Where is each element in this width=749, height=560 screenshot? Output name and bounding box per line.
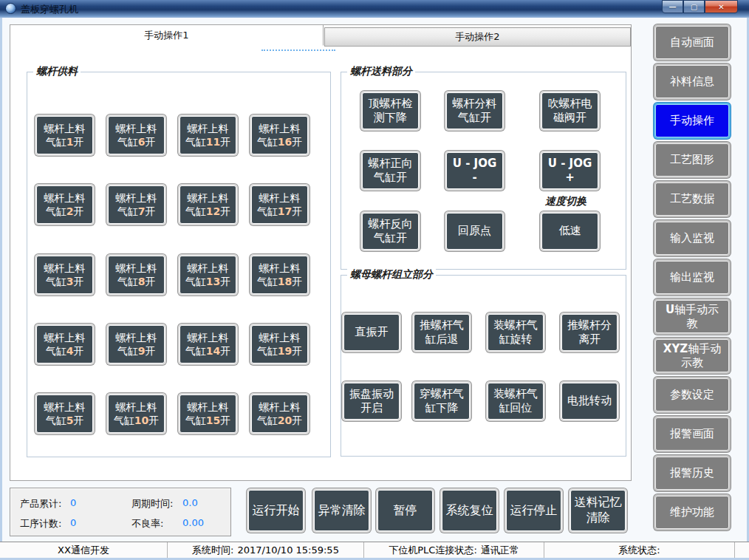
screw-divide-cylinder-open-button[interactable]: 螺杆分料气缸开 (446, 92, 503, 129)
sidebar-item-process-graphic[interactable]: 工艺图形 (655, 143, 729, 177)
blow-screw-valve-open-button[interactable]: 吹螺杆电磁阀开 (541, 92, 598, 129)
developer-text: XX通信开发 (58, 544, 109, 557)
product-total-label: 产品累计: (20, 497, 61, 511)
sidebar-item-refill-info[interactable]: 补料信息 (655, 65, 729, 98)
tab-strip: 手动操作1手动操作2 (10, 25, 631, 46)
supply-cylinder-20-open-button[interactable]: 螺杆上料气缸20开 (251, 395, 308, 433)
supply-cylinder-12-open-button[interactable]: 螺杆上料气缸12开 (179, 185, 236, 224)
mount-screw-cylinder-return-button[interactable]: 装螺杆气缸回位 (488, 383, 544, 420)
supply-cylinder-1-open-button[interactable]: 螺杆上料气缸1开 (36, 116, 93, 154)
defect-rate-label: 不良率: (131, 517, 163, 530)
tab-strip-divider (324, 46, 631, 47)
feed-memory-clear-button[interactable]: 送料记忆清除 (570, 490, 626, 531)
stray-dashed-marks-decor (261, 49, 335, 51)
run-start-button[interactable]: 运行开始 (248, 490, 304, 531)
window-title: 盖板穿螺孔机 (21, 3, 78, 16)
defect-rate-value: 0.00 (182, 517, 204, 528)
sidebar-item-maintenance[interactable]: 维护功能 (655, 496, 729, 529)
tab-manual-op-1[interactable]: 手动操作1 (10, 25, 324, 46)
product-total-value: 0 (70, 497, 76, 508)
tab-manual-op-2[interactable]: 手动操作2 (324, 27, 631, 46)
app-window: 盖板穿螺孔机 — ▢ ✕ 手动操作1手动操作2 螺杆供料 螺杆送料部分 螺母螺杆… (0, 0, 749, 560)
vibrator-on-button[interactable]: 直振开 (343, 314, 400, 351)
sidebar-item-u-axis-teach[interactable]: U轴手动示教 (655, 300, 729, 333)
cycle-time-value: 0.0 (182, 497, 198, 508)
thread-screw-cylinder-down-button[interactable]: 穿螺杆气缸下降 (414, 383, 470, 420)
driver-rotate-button[interactable]: 电批转动 (561, 383, 618, 420)
u-jog-plus-button[interactable]: U - JOG+ (541, 152, 598, 189)
supply-cylinder-8-open-button[interactable]: 螺杆上料气缸8开 (108, 256, 165, 294)
maximize-button[interactable]: ▢ (683, 0, 705, 13)
sidebar-item-parameter-setting[interactable]: 参数设定 (655, 378, 729, 412)
sidebar-item-auto-screen[interactable]: 自动画面 (655, 26, 729, 59)
supply-cylinder-13-open-button[interactable]: 螺杆上料气缸13开 (179, 256, 236, 294)
close-button[interactable]: ✕ (705, 0, 738, 13)
bowl-feeder-vibrate-on-button[interactable]: 振盘振动开启 (343, 383, 400, 420)
push-screw-separate-open-button[interactable]: 推螺杆分离开 (561, 314, 618, 351)
supply-cylinder-18-open-button[interactable]: 螺杆上料气缸18开 (251, 256, 308, 294)
mount-screw-cylinder-rotate-button[interactable]: 装螺杆气缸旋转 (488, 314, 544, 351)
run-stop-button[interactable]: 运行停止 (506, 490, 561, 531)
sidebar-item-process-data[interactable]: 工艺数据 (655, 182, 729, 216)
sidebar-item-manual-operation[interactable]: 手动操作 (655, 104, 729, 137)
low-speed-button[interactable]: 低速 (541, 213, 598, 250)
supply-cylinder-19-open-button[interactable]: 螺杆上料气缸19开 (251, 325, 308, 363)
speed-switch-label: 速度切换 (545, 195, 586, 208)
supply-cylinder-7-open-button[interactable]: 螺杆上料气缸7开 (108, 185, 165, 224)
cycle-time-label: 周期时间: (131, 497, 173, 511)
status-system-time: 系统时间: 2017/10/10 15:59:55 (168, 542, 364, 558)
error-clear-button[interactable]: 异常清除 (314, 490, 369, 531)
minimize-button[interactable]: — (662, 0, 683, 13)
sidebar-item-alarm-screen[interactable]: 报警画面 (655, 417, 729, 451)
process-count-value: 0 (70, 517, 76, 528)
system-time-value: 2017/10/10 15:59:55 (237, 544, 338, 556)
push-screw-cylinder-back-button[interactable]: 推螺杆气缸后退 (414, 314, 470, 351)
status-grip-area (735, 542, 749, 558)
groupbox-screw-supply-title: 螺杆供料 (33, 65, 81, 78)
supply-cylinder-5-open-button[interactable]: 螺杆上料气缸5开 (36, 395, 93, 433)
supply-cylinder-15-open-button[interactable]: 螺杆上料气缸15开 (179, 395, 236, 433)
supply-cylinder-2-open-button[interactable]: 螺杆上料气缸2开 (36, 185, 93, 224)
sidebar-item-alarm-history[interactable]: 报警历史 (655, 457, 729, 490)
process-count-label: 工序计数: (20, 517, 61, 530)
sidebar-item-xyz-axis-teach[interactable]: XYZ轴手动示教 (655, 339, 729, 372)
supply-cylinder-10-open-button[interactable]: 螺杆上料气缸10开 (108, 395, 165, 433)
sidebar-item-input-monitor[interactable]: 输入监视 (655, 222, 729, 255)
supply-cylinder-16-open-button[interactable]: 螺杆上料气缸16开 (251, 116, 308, 154)
status-bar: XX通信开发 系统时间: 2017/10/10 15:59:55 下位机PLC连… (0, 542, 749, 558)
system-reset-button[interactable]: 系统复位 (442, 490, 497, 531)
top-screw-detect-down-button[interactable]: 顶螺杆检测下降 (362, 92, 419, 129)
system-time-label: 系统时间: (192, 544, 233, 557)
supply-cylinder-6-open-button[interactable]: 螺杆上料气缸6开 (108, 116, 165, 154)
app-icon (5, 3, 16, 14)
supply-cylinder-3-open-button[interactable]: 螺杆上料气缸3开 (36, 256, 93, 294)
supply-cylinder-11-open-button[interactable]: 螺杆上料气缸11开 (179, 116, 236, 154)
groupbox-assembly: 螺母螺杆组立部分 (341, 275, 626, 457)
supply-cylinder-9-open-button[interactable]: 螺杆上料气缸9开 (108, 325, 165, 363)
supply-cylinder-4-open-button[interactable]: 螺杆上料气缸4开 (36, 325, 93, 363)
system-state-label: 系统状态: (618, 544, 660, 557)
supply-cylinder-14-open-button[interactable]: 螺杆上料气缸14开 (179, 325, 236, 363)
return-origin-button[interactable]: 回原点 (446, 213, 503, 250)
status-developer: XX通信开发 (0, 542, 168, 558)
window-controls: — ▢ ✕ (662, 0, 738, 13)
title-bar: 盖板穿螺孔机 — ▢ ✕ (0, 0, 749, 18)
screw-reverse-cylinder-open-button[interactable]: 螺杆反向气缸开 (362, 213, 419, 250)
plc-connection-label: 下位机PLC连接状态: (389, 544, 477, 557)
status-system-state: 系统状态: (544, 542, 735, 558)
status-plc: 下位机PLC连接状态: 通讯正常 (364, 542, 544, 558)
sidebar-item-output-monitor[interactable]: 输出监视 (655, 261, 729, 294)
u-jog-minus-button[interactable]: U - JOG - (446, 152, 503, 189)
supply-cylinder-17-open-button[interactable]: 螺杆上料气缸17开 (251, 185, 308, 224)
groupbox-screw-feed-title: 螺杆送料部分 (347, 65, 415, 78)
pause-button[interactable]: 暂停 (377, 490, 433, 531)
groupbox-assembly-title: 螺母螺杆组立部分 (347, 268, 436, 281)
screw-forward-cylinder-open-button[interactable]: 螺杆正向气缸开 (362, 152, 419, 189)
plc-connection-status: 通讯正常 (481, 544, 519, 557)
